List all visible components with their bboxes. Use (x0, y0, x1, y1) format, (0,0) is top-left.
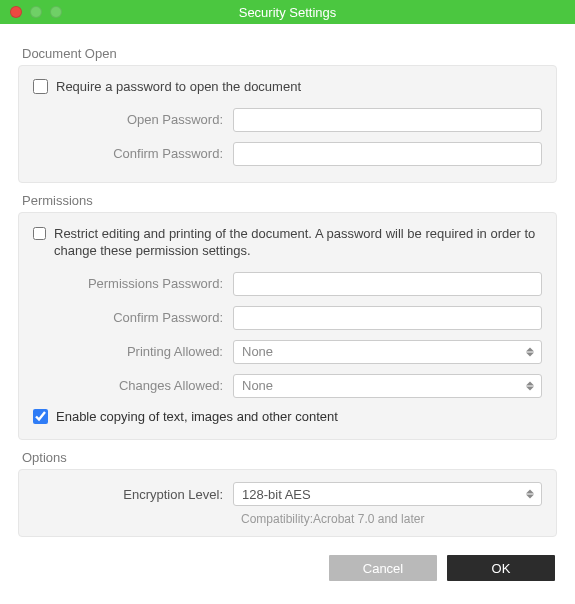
zoom-window-icon[interactable] (50, 6, 62, 18)
section-label-document-open: Document Open (22, 46, 557, 61)
open-password-row: Open Password: (33, 108, 542, 132)
encryption-level-select[interactable]: 128-bit AES (233, 482, 542, 506)
open-confirm-password-label: Confirm Password: (33, 146, 233, 161)
open-password-input[interactable] (233, 108, 542, 132)
dialog-content: Document Open Require a password to open… (0, 24, 575, 595)
close-window-icon[interactable] (10, 6, 22, 18)
encryption-level-row: Encryption Level: 128-bit AES (33, 482, 542, 506)
require-password-row: Require a password to open the document (33, 78, 542, 96)
changes-allowed-row: Changes Allowed: None (33, 374, 542, 398)
changes-allowed-value: None (242, 378, 273, 393)
enable-copy-label: Enable copying of text, images and other… (56, 408, 338, 426)
window-controls (10, 6, 62, 18)
restrict-label: Restrict editing and printing of the doc… (54, 225, 542, 260)
section-label-options: Options (22, 450, 557, 465)
ok-button[interactable]: OK (447, 555, 555, 581)
permissions-password-input[interactable] (233, 272, 542, 296)
encryption-level-value: 128-bit AES (242, 487, 311, 502)
open-password-label: Open Password: (33, 112, 233, 127)
encryption-level-label: Encryption Level: (33, 487, 233, 502)
printing-allowed-value: None (242, 344, 273, 359)
open-confirm-password-row: Confirm Password: (33, 142, 542, 166)
open-confirm-password-input[interactable] (233, 142, 542, 166)
printing-allowed-select[interactable]: None (233, 340, 542, 364)
titlebar: Security Settings (0, 0, 575, 24)
restrict-checkbox[interactable] (33, 226, 46, 241)
require-password-label: Require a password to open the document (56, 78, 301, 96)
panel-permissions: Restrict editing and printing of the doc… (18, 212, 557, 441)
permissions-password-row: Permissions Password: (33, 272, 542, 296)
cancel-button[interactable]: Cancel (329, 555, 437, 581)
permissions-confirm-password-input[interactable] (233, 306, 542, 330)
minimize-window-icon[interactable] (30, 6, 42, 18)
permissions-password-label: Permissions Password: (33, 276, 233, 291)
changes-allowed-select[interactable]: None (233, 374, 542, 398)
compatibility-text: Compatibility:Acrobat 7.0 and later (241, 512, 542, 526)
changes-allowed-label: Changes Allowed: (33, 378, 233, 393)
require-password-checkbox[interactable] (33, 79, 48, 94)
restrict-row: Restrict editing and printing of the doc… (33, 225, 542, 260)
panel-document-open: Require a password to open the document … (18, 65, 557, 183)
printing-allowed-row: Printing Allowed: None (33, 340, 542, 364)
panel-options: Encryption Level: 128-bit AES Compatibil… (18, 469, 557, 537)
permissions-confirm-password-label: Confirm Password: (33, 310, 233, 325)
window-title: Security Settings (0, 5, 575, 20)
enable-copy-row: Enable copying of text, images and other… (33, 408, 542, 426)
button-row: Cancel OK (18, 555, 557, 581)
permissions-confirm-password-row: Confirm Password: (33, 306, 542, 330)
section-label-permissions: Permissions (22, 193, 557, 208)
printing-allowed-label: Printing Allowed: (33, 344, 233, 359)
enable-copy-checkbox[interactable] (33, 409, 48, 424)
